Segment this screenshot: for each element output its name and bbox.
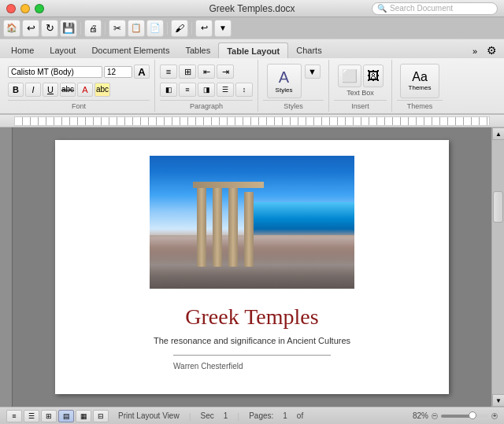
scroll-thumb[interactable] <box>493 191 503 223</box>
ribbon-gear-icon[interactable]: ⚙ <box>482 42 501 58</box>
toolbar-separator3 <box>167 22 168 35</box>
print-btn[interactable]: 🖨 <box>84 20 102 37</box>
zoom-slider[interactable] <box>441 415 488 418</box>
font-group: Calisto MT (Body) 12 A B I U abc A abc F… <box>3 60 155 112</box>
strikethrough-btn[interactable]: abc <box>60 83 76 97</box>
view-label: Print Layout View <box>118 411 180 420</box>
temple-image <box>150 156 354 289</box>
tab-layout[interactable]: Layout <box>42 42 83 58</box>
print-view-btn[interactable]: ▤ <box>58 410 74 422</box>
text-box-btn[interactable]: ⬜ <box>338 65 361 87</box>
section-num: 1 <box>224 411 228 420</box>
notebook-view-btn[interactable]: ▦ <box>76 410 91 422</box>
left-margin <box>0 127 13 407</box>
scrollbar-right: ▲ ▼ <box>491 127 504 407</box>
tab-table-layout[interactable]: Table Layout <box>218 42 288 58</box>
document-subtitle: The resonance and significance in Ancien… <box>154 336 350 345</box>
save-btn[interactable]: 💾 <box>60 20 77 37</box>
window-controls <box>6 4 44 13</box>
pages-label: Pages: <box>249 411 273 420</box>
minimize-button[interactable] <box>20 4 30 13</box>
draft-view-btn[interactable]: ≡ <box>6 410 22 422</box>
temple-column-2 <box>213 184 222 267</box>
bold-btn[interactable]: B <box>8 83 24 97</box>
outline-view-btn[interactable]: ☰ <box>24 410 39 422</box>
document-page: Greek Temples The resonance and signific… <box>55 140 449 394</box>
publishing-view-btn[interactable]: ⊞ <box>41 410 57 422</box>
highlight-btn[interactable]: abc <box>94 83 110 97</box>
scroll-track[interactable] <box>492 140 504 394</box>
toolbar-separator2 <box>105 22 106 35</box>
undo-btn[interactable]: ↩ <box>22 20 39 37</box>
underline-btn[interactable]: U <box>43 83 58 97</box>
styles-label: Styles <box>276 87 293 94</box>
paragraph-group: ≡ ⊞ ⇤ ⇥ ◧ ≡ ◨ ☰ ↕ Paragraph <box>155 60 258 112</box>
italic-btn[interactable]: I <box>25 83 41 97</box>
tab-home[interactable]: Home <box>3 42 42 58</box>
textbox-label: Text Box <box>346 89 374 97</box>
format-painter-btn[interactable]: 🖌 <box>171 20 188 37</box>
outdent-btn[interactable]: ⇤ <box>198 65 215 79</box>
styles-icon: A <box>279 68 289 87</box>
scroll-down-btn[interactable]: ▼ <box>492 394 504 407</box>
document-area: Greek Temples The resonance and signific… <box>13 127 491 407</box>
status-sep2: | <box>237 411 239 421</box>
maximize-button[interactable] <box>35 4 44 13</box>
status-sep1: | <box>189 411 191 421</box>
align-right-btn[interactable]: ◨ <box>198 83 215 97</box>
quick-access-toolbar: 🏠 ↩ ↻ 💾 🖨 ✂ 📋 📄 🖌 ↩ ▼ <box>0 17 504 39</box>
styles-dropdown-btn[interactable]: ▼ <box>305 65 321 79</box>
bullet-list-btn[interactable]: ≡ <box>160 65 177 79</box>
align-center-btn[interactable]: ≡ <box>179 83 196 97</box>
themes-large-btn[interactable]: Aa Themes <box>400 64 439 98</box>
copy-btn[interactable]: 📋 <box>128 20 145 37</box>
zoom-in-btn[interactable]: + <box>491 413 498 419</box>
paragraph-group-label: Paragraph <box>160 100 253 110</box>
format-buttons-row: B I U abc A abc <box>8 83 150 97</box>
list-row: ≡ ⊞ ⇤ ⇥ <box>160 65 253 79</box>
tab-document-elements[interactable]: Document Elements <box>83 42 177 58</box>
indent-btn[interactable]: ⇥ <box>217 65 234 79</box>
themes-label: Themes <box>409 84 432 91</box>
home-quickbtn[interactable]: 🏠 <box>3 20 20 37</box>
styles-large-btn[interactable]: A Styles <box>267 64 302 98</box>
pages-current: 1 <box>283 411 287 420</box>
themes-group: Aa Themes Themes <box>392 60 447 112</box>
cut-btn[interactable]: ✂ <box>109 20 126 37</box>
tab-tables[interactable]: Tables <box>177 42 218 58</box>
tab-charts[interactable]: Charts <box>288 42 329 58</box>
font-size-select[interactable]: 12 <box>104 66 132 78</box>
title-bar: Greek Temples.docx 🔍 Search Document <box>0 0 504 17</box>
redo-btn[interactable]: ↻ <box>41 20 58 37</box>
zoom-slider-thumb[interactable] <box>469 411 476 419</box>
align-left-btn[interactable]: ◧ <box>160 83 177 97</box>
close-button[interactable] <box>6 4 16 13</box>
undo2-btn[interactable]: ↩ <box>195 20 213 37</box>
font-family-select[interactable]: Calisto MT (Body) <box>8 66 102 78</box>
search-box[interactable]: 🔍 Search Document <box>372 2 498 15</box>
zoom-out-btn[interactable]: − <box>432 413 438 419</box>
increase-font-btn[interactable]: A <box>134 65 150 79</box>
line-spacing-btn[interactable]: ↕ <box>235 83 253 97</box>
zoom-percent: 82% <box>413 411 428 420</box>
font-color-btn[interactable]: A <box>77 83 93 97</box>
status-bar: ≡ ☰ ⊞ ▤ ▦ ⊟ Print Layout View | Sec 1 | … <box>0 407 504 424</box>
pages-of: of <box>297 411 303 420</box>
toolbar-separator <box>80 22 81 35</box>
picture-btn[interactable]: 🖼 <box>363 65 384 87</box>
temple-column-4 <box>244 192 254 267</box>
fullscreen-view-btn[interactable]: ⊟ <box>93 410 109 422</box>
toolbar-separator4 <box>191 22 192 35</box>
zoom-area: 82% − + <box>413 411 498 420</box>
justify-btn[interactable]: ☰ <box>217 83 234 97</box>
customize-btn[interactable]: ▼ <box>214 20 232 37</box>
ruler <box>0 115 504 127</box>
insert-group: ⬜ 🖼 Text Box Insert <box>329 60 392 112</box>
window-title: Greek Temples.docx <box>209 3 295 14</box>
scroll-up-btn[interactable]: ▲ <box>492 127 504 140</box>
styles-group: A Styles ▼ Styles <box>258 60 329 112</box>
paste-btn[interactable]: 📄 <box>146 20 164 37</box>
number-list-btn[interactable]: ⊞ <box>179 65 196 79</box>
search-placeholder: Search Document <box>390 4 453 13</box>
ribbon-overflow-btn[interactable]: » <box>468 44 482 58</box>
